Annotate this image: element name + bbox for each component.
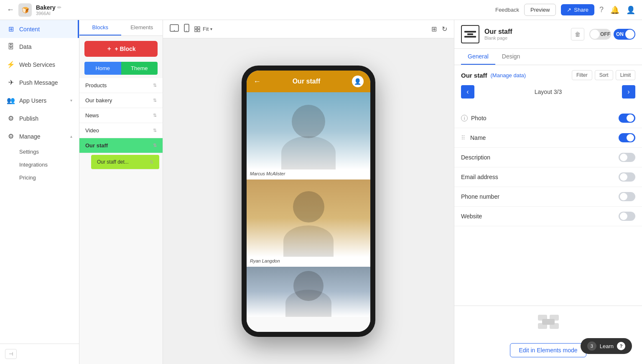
filter-button[interactable]: Filter (572, 70, 592, 80)
learn-label: Learn (600, 343, 614, 349)
toggle-photo[interactable] (619, 114, 635, 123)
person2-body (283, 225, 334, 257)
svg-point-1 (174, 30, 175, 31)
toggle-website[interactable] (619, 212, 635, 221)
user-icon[interactable]: 👤 (626, 5, 635, 15)
block-item-our-staff-det[interactable]: Our staff det... ⇅ (91, 155, 159, 169)
sidebar-sub-integrations[interactable]: Integrations (0, 158, 79, 171)
news-arrow: ⇅ (153, 113, 157, 118)
block-item-news[interactable]: News ⇅ (79, 108, 163, 123)
sidebar-item-publish[interactable]: ⚙ Publish (0, 109, 79, 127)
block-item-video[interactable]: Video ⇅ (79, 123, 163, 138)
block-item-sub-wrapper: Our staff det... ⇅ (83, 155, 159, 171)
website-toggle-thumb (620, 212, 627, 220)
toggle-name[interactable] (619, 133, 635, 142)
add-block-button[interactable]: ＋ + Block (84, 41, 158, 57)
topbar: ← 🍞 Bakery ✏ 3966AI Feedback Preview ↗ S… (0, 0, 642, 20)
bell-icon[interactable]: 🔔 (610, 5, 619, 15)
nav-row: Home Theme (84, 62, 158, 75)
person1-body (281, 136, 336, 169)
toggle-off-label: OFF (600, 31, 610, 37)
share-label: Share (574, 7, 588, 13)
chevron-left-icon: ‹ (466, 88, 469, 96)
svg-rect-5 (198, 27, 200, 29)
phone-avatar-button[interactable]: 👤 (352, 76, 364, 87)
our-bakery-arrow: ⇅ (153, 98, 157, 103)
manage-data-link[interactable]: (Manage data) (491, 72, 526, 78)
theme-button[interactable]: Theme (121, 62, 158, 75)
add-icon: ＋ (106, 45, 112, 53)
feedback-link[interactable]: Feedback (495, 7, 519, 13)
phone-screen: ← Our staff 👤 (247, 71, 370, 332)
phone-view-button[interactable] (184, 24, 189, 34)
info-icon-photo[interactable]: i (461, 115, 468, 121)
layout-next-button[interactable]: › (622, 85, 635, 99)
edit-icon[interactable]: ✏ (57, 5, 61, 10)
toggle-on-button[interactable]: ON (614, 29, 635, 40)
sidebar: ⊞ Content 🗄 Data ⚡ Web Services ✈ Push M… (0, 20, 79, 364)
person3-body (285, 290, 331, 317)
fit-chevron: ▾ (210, 27, 212, 31)
person1-bg (247, 92, 370, 169)
data-icon: 🗄 (7, 43, 15, 51)
name-toggle-thumb (627, 134, 634, 142)
app-users-icon: 👥 (7, 96, 15, 104)
sidebar-collapse-button[interactable]: ⊣ (5, 349, 17, 359)
sidebar-item-data[interactable]: 🗄 Data (0, 38, 79, 56)
back-button[interactable]: ← (7, 5, 14, 14)
sidebar-sub-settings[interactable]: Settings (0, 145, 79, 158)
topbar-icons: ? 🔔 👤 (599, 5, 635, 15)
tab-general[interactable]: General (461, 49, 495, 65)
sidebar-item-content[interactable]: ⊞ Content (0, 20, 79, 38)
section-title[interactable]: Our staff (484, 28, 566, 35)
toggle-off-button[interactable]: OFF (589, 29, 611, 40)
app-info: Bakery ✏ 3966AI (36, 4, 61, 16)
learn-badge[interactable]: 3 Learn ? (581, 338, 632, 354)
toggle-area: OFF ON (589, 29, 635, 40)
help-icon[interactable]: ? (599, 5, 604, 15)
sidebar-label-web-services: Web Services (19, 61, 55, 68)
toggle-on-thumb (625, 30, 634, 39)
learn-count: 3 (587, 341, 596, 351)
sidebar-item-push-message[interactable]: ✈ Push Message (0, 73, 79, 91)
edit-elements-button[interactable]: Edit in Elements mode (510, 343, 586, 357)
sidebar-item-app-users[interactable]: 👥 App Users ▾ (0, 91, 79, 109)
tab-elements[interactable]: Elements (121, 20, 163, 35)
svg-rect-7 (198, 30, 200, 32)
icon-bar-1 (464, 31, 476, 33)
home-button[interactable]: Home (84, 62, 121, 75)
app-users-arrow: ▾ (70, 98, 72, 103)
staff-name-1: Marcus McAlister (247, 169, 370, 179)
field-label-name: ⠿ Name (461, 134, 486, 141)
block-item-our-staff[interactable]: Our staff ⇅ (79, 138, 163, 153)
our-staff-text: Our staff (461, 72, 487, 79)
toggle-phone[interactable] (619, 192, 635, 201)
video-arrow: ⇅ (153, 128, 157, 133)
icon-bar-3 (464, 36, 476, 38)
toggle-description[interactable] (619, 153, 635, 162)
sidebar-sub-pricing[interactable]: Pricing (0, 171, 79, 184)
block-item-our-bakery[interactable]: Our bakery ⇅ (79, 93, 163, 108)
fit-dropdown[interactable]: Fit ▾ (194, 26, 212, 32)
tab-design[interactable]: Design (495, 49, 527, 65)
tab-blocks[interactable]: Blocks (79, 20, 121, 35)
drag-handle-name[interactable]: ⠿ (461, 134, 465, 141)
sidebar-item-web-services[interactable]: ⚡ Web Services (0, 56, 79, 73)
share-icon: ↗ (567, 7, 571, 13)
limit-button[interactable]: Limit (616, 70, 635, 80)
canvas: Fit ▾ ⊞ ↻ ← Our staff 👤 (163, 20, 454, 364)
sort-button[interactable]: Sort (595, 70, 613, 80)
tablet-view-button[interactable] (170, 24, 179, 34)
share-button[interactable]: ↗ Share (561, 4, 594, 15)
phone-back-button[interactable]: ← (253, 77, 261, 86)
delete-button[interactable]: 🗑 (571, 28, 584, 40)
panel-section-our-staff: Our staff (Manage data) Filter Sort Limi… (454, 65, 642, 109)
sidebar-item-manage[interactable]: ⚙ Manage ▴ (0, 127, 79, 145)
refresh-button[interactable]: ↻ (442, 25, 447, 33)
manage-icon: ⚙ (7, 132, 15, 140)
toggle-email[interactable] (619, 172, 635, 182)
grid-button[interactable]: ⊞ (431, 25, 437, 33)
layout-prev-button[interactable]: ‹ (461, 85, 474, 99)
preview-button[interactable]: Preview (524, 4, 556, 16)
block-item-products[interactable]: Products ⇅ (79, 78, 163, 93)
